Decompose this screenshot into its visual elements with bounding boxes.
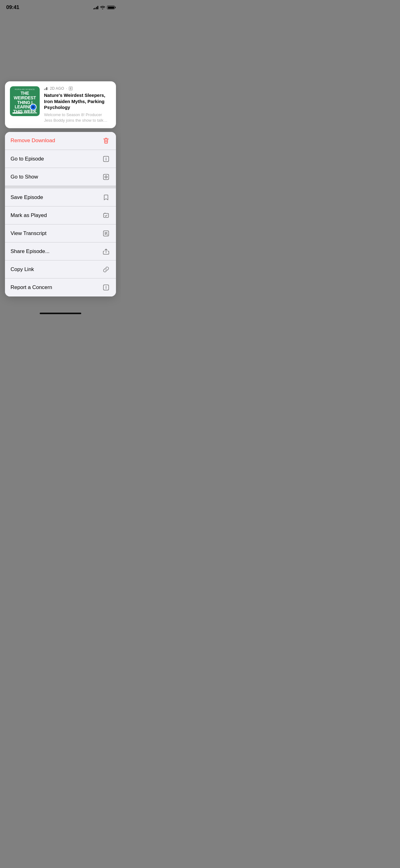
share-icon	[102, 247, 110, 256]
remove-download-label: Remove Download	[10, 137, 55, 144]
status-time: 09:41	[6, 4, 19, 10]
menu-item-remove-download[interactable]: Remove Download	[5, 132, 116, 150]
podcast-card: POPULAR SCIENCE THEWEIRDESTTHING ILEARNE…	[5, 81, 116, 128]
menu-item-copy-link[interactable]: Copy Link	[5, 260, 116, 278]
signal-icon	[93, 6, 99, 9]
svg-point-8	[106, 288, 106, 289]
copy-link-label: Copy Link	[10, 266, 34, 273]
menu-item-mark-as-played[interactable]: Mark as Played	[5, 207, 116, 224]
menu-item-share-episode[interactable]: Share Episode...	[5, 243, 116, 260]
menu-item-go-to-show[interactable]: Go to Show	[5, 168, 116, 186]
checkmark-screen-icon	[102, 211, 110, 220]
menu-item-view-transcript[interactable]: View Transcript	[5, 224, 116, 243]
mark-as-played-label: Mark as Played	[10, 212, 47, 219]
episode-title: Nature's Weirdest Sleepers, Iron Maiden …	[44, 92, 111, 111]
battery-icon	[107, 6, 115, 9]
podcast-meta: 2D AGO · E	[44, 86, 111, 91]
exclamation-icon	[102, 283, 110, 292]
episode-age: 2D AGO	[50, 86, 64, 91]
artwork-eye-decoration	[30, 104, 37, 111]
bookmark-icon	[102, 193, 110, 202]
main-content: POPULAR SCIENCE THEWEIRDESTTHING ILEARNE…	[0, 81, 121, 309]
go-to-show-label: Go to Show	[10, 174, 38, 180]
podcast-artwork: POPULAR SCIENCE THEWEIRDESTTHING ILEARNE…	[10, 86, 40, 116]
podcast-info: 2D AGO · E Nature's Weirdest Sleepers, I…	[44, 86, 111, 123]
meta-signal-icon	[44, 87, 48, 90]
info-icon	[102, 155, 110, 163]
share-episode-label: Share Episode...	[10, 248, 49, 254]
menu-item-go-to-episode[interactable]: Go to Episode	[5, 150, 116, 168]
wifi-icon	[100, 6, 105, 9]
artwork-brand-label: POPULAR SCIENCE	[15, 89, 35, 90]
menu-item-report-concern[interactable]: Report a Concern	[5, 278, 116, 297]
svg-rect-4	[104, 213, 108, 217]
report-concern-label: Report a Concern	[10, 284, 52, 290]
trash-icon	[102, 136, 110, 145]
save-episode-label: Save Episode	[10, 194, 43, 200]
view-transcript-label: View Transcript	[10, 230, 46, 237]
context-menu: Remove Download Go to Episode Go to S	[5, 132, 116, 297]
home-bar	[40, 313, 81, 314]
go-to-episode-label: Go to Episode	[10, 156, 44, 162]
menu-item-save-episode[interactable]: Save Episode	[5, 188, 116, 207]
home-indicator	[0, 309, 121, 317]
transcript-icon	[102, 229, 110, 238]
artwork-progress-bar	[12, 113, 37, 114]
link-icon	[102, 265, 110, 274]
episode-description: Welcome to Season 8! Producer Jess Boddy…	[44, 112, 111, 123]
podcast-icon	[102, 173, 110, 181]
status-bar: 09:41	[0, 0, 121, 13]
status-icons	[93, 6, 115, 9]
svg-point-3	[106, 177, 106, 177]
explicit-badge: E	[69, 87, 72, 90]
section-divider-2	[5, 186, 116, 188]
